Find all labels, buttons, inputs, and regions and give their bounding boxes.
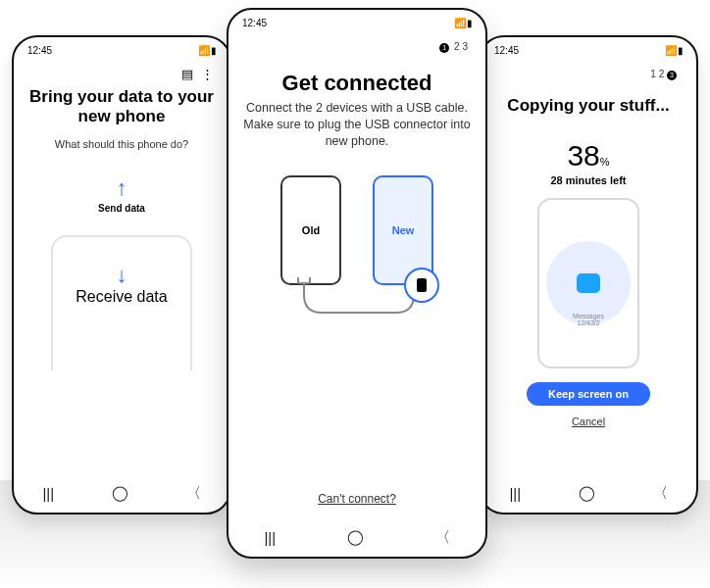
nav-home-icon[interactable]: ◯ bbox=[112, 484, 128, 502]
phone-right: 12:45 📶 ▮ 1 2 3 Copying your stuff... 38… bbox=[479, 35, 698, 514]
receive-data-option[interactable]: ↓ Receive data bbox=[51, 235, 192, 370]
nav-bar: ||| ◯ 〈 bbox=[228, 517, 485, 557]
nav-recents-icon[interactable]: ||| bbox=[509, 485, 521, 502]
step-pager: 1 2 3 bbox=[650, 69, 679, 80]
page-title: Get connected bbox=[282, 71, 432, 96]
keep-screen-on-button[interactable]: Keep screen on bbox=[527, 382, 650, 406]
percent-unit: % bbox=[600, 156, 610, 168]
status-time: 12:45 bbox=[494, 45, 519, 56]
progress-percent: 38% bbox=[567, 139, 609, 172]
old-device-label: Old bbox=[302, 224, 320, 236]
phone-left: 12:45 📶 ▮ ▤ ⋮ Bring your data to your ne… bbox=[12, 35, 231, 514]
phone-center: 12:45 📶 ▮ 1 2 3 Get connected Connect th… bbox=[227, 8, 487, 559]
status-time: 12:45 bbox=[27, 45, 52, 56]
status-bar: 12:45 📶 ▮ bbox=[14, 37, 229, 61]
status-bar: 12:45 📶 ▮ bbox=[228, 10, 485, 33]
usb-adapter-icon bbox=[404, 268, 439, 303]
arrow-down-icon: ↓ bbox=[117, 263, 127, 288]
send-data-label: Send data bbox=[98, 203, 145, 214]
pager-current: 3 bbox=[667, 71, 677, 80]
send-data-option[interactable]: ↑ Send data bbox=[98, 175, 145, 214]
page-title: Copying your stuff... bbox=[507, 96, 669, 116]
more-icon[interactable]: ⋮ bbox=[201, 67, 214, 81]
nav-recents-icon[interactable]: ||| bbox=[42, 485, 54, 502]
status-icons: 📶 ▮ bbox=[665, 45, 683, 56]
nav-back-icon[interactable]: 〈 bbox=[653, 484, 668, 503]
status-time: 12:45 bbox=[242, 18, 267, 28]
sd-card-icon[interactable]: ▤ bbox=[181, 67, 193, 81]
page-title: Bring your data to your new phone bbox=[27, 87, 216, 127]
cancel-link[interactable]: Cancel bbox=[572, 416, 605, 427]
pager-rest: 2 3 bbox=[454, 41, 468, 52]
messages-icon bbox=[577, 273, 600, 293]
nav-back-icon[interactable]: 〈 bbox=[186, 484, 201, 503]
svg-rect-0 bbox=[298, 277, 310, 283]
stage: 12:45 📶 ▮ ▤ ⋮ Bring your data to your ne… bbox=[0, 0, 710, 588]
pager-rest: 1 2 bbox=[650, 69, 664, 79]
status-icons: 📶 ▮ bbox=[198, 45, 216, 56]
page-subtitle: What should this phone do? bbox=[55, 137, 188, 152]
nav-recents-icon[interactable]: ||| bbox=[264, 529, 276, 546]
nav-home-icon[interactable]: ◯ bbox=[347, 528, 364, 546]
nav-back-icon[interactable]: 〈 bbox=[435, 528, 450, 547]
time-remaining: 28 minutes left bbox=[550, 174, 626, 186]
old-device: Old bbox=[280, 175, 341, 285]
percent-value: 38 bbox=[567, 139, 599, 172]
copy-preview: Messages12/43/2 bbox=[537, 198, 639, 368]
device-diagram: Old New bbox=[280, 175, 433, 285]
status-icons: 📶 ▮ bbox=[454, 18, 472, 28]
pager-current: 1 bbox=[439, 43, 449, 53]
status-bar: 12:45 📶 ▮ bbox=[481, 37, 696, 61]
nav-home-icon[interactable]: ◯ bbox=[579, 484, 595, 502]
nav-bar: ||| ◯ 〈 bbox=[14, 473, 229, 513]
receive-data-label: Receive data bbox=[76, 288, 167, 306]
cant-connect-link[interactable]: Can't connect? bbox=[318, 492, 396, 506]
step-pager: 1 2 3 bbox=[439, 41, 468, 53]
copy-item-label: Messages12/43/2 bbox=[573, 313, 604, 327]
page-subtitle: Connect the 2 devices with a USB cable. … bbox=[242, 100, 472, 150]
nav-bar: ||| ◯ 〈 bbox=[481, 473, 696, 513]
arrow-up-icon: ↑ bbox=[116, 175, 127, 201]
new-device-label: New bbox=[392, 224, 415, 236]
action-icons: ▤ ⋮ bbox=[181, 67, 214, 81]
